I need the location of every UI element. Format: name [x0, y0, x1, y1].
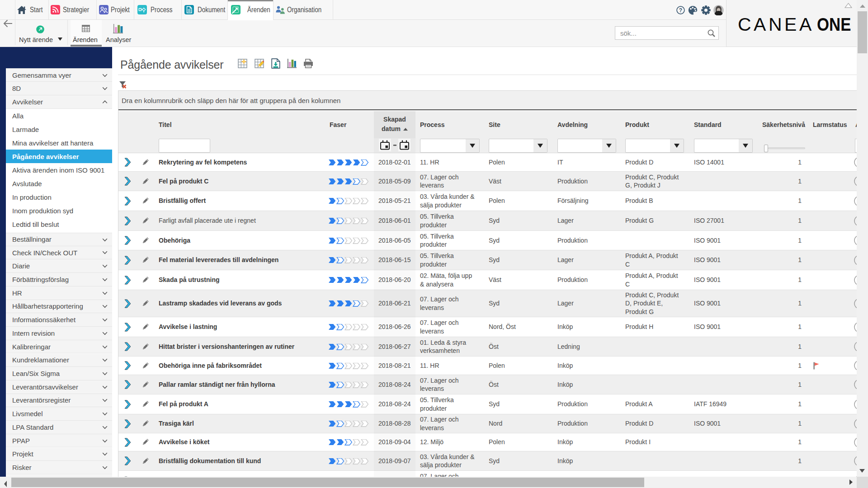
svg-text:?: ? [679, 7, 682, 14]
